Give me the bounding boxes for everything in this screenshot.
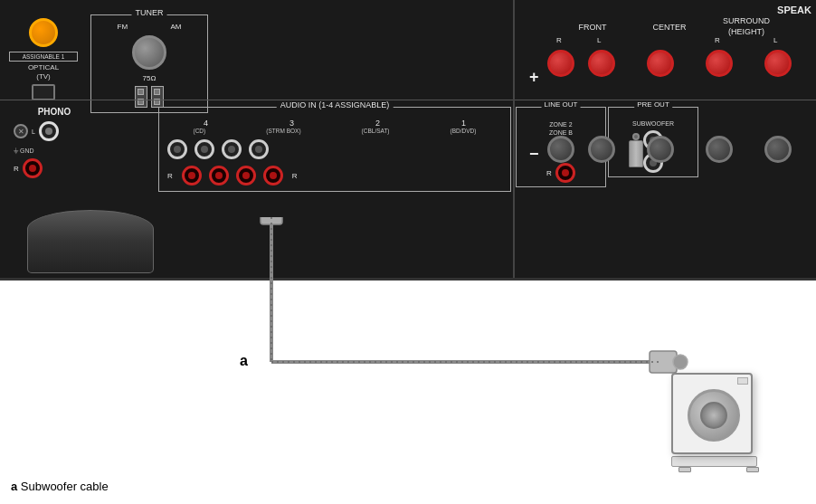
svg-point-5 xyxy=(673,355,688,369)
sp-center-neg xyxy=(647,136,674,163)
center-label: CENTER xyxy=(642,23,697,32)
phono-l-row: ✕ L xyxy=(9,121,100,141)
zone2-label: ZONE 2ZONE B xyxy=(520,120,602,137)
phono-section: PHONO ✕ L ⏚ GND R xyxy=(9,107,100,178)
optical-section: ASSIGNABLE 1 OPTICAL(TV) xyxy=(7,14,80,104)
orange-rca xyxy=(29,18,58,47)
phono-l-rca xyxy=(39,121,59,141)
line-out-title: LINE OUT xyxy=(542,100,581,109)
rca-ch1-l xyxy=(249,139,269,159)
l-label: L xyxy=(32,128,35,135)
subwoofer-label: SUBWOOFER xyxy=(612,120,694,127)
sp-surround-r-neg xyxy=(706,136,733,163)
foot-shape xyxy=(27,210,154,273)
cable-label-a: a xyxy=(240,353,248,369)
sub-feet xyxy=(671,467,766,472)
sp-center-pos xyxy=(647,50,674,77)
ch2-num: 2 xyxy=(375,119,380,128)
rca-ch4-l xyxy=(167,139,187,159)
sp-front-l-pos xyxy=(588,50,615,77)
main-container: ASSIGNABLE 1 OPTICAL(TV) TUNER FM AM 75Ω xyxy=(0,0,816,504)
gnd-label: ⏚ GND xyxy=(9,146,100,155)
ch4-sub: (CD) xyxy=(194,128,206,134)
fm-am-labels: FM AM xyxy=(96,23,203,31)
lineout-r-row: R xyxy=(520,163,602,183)
channel-numbers: 4 3 2 1 xyxy=(163,119,507,128)
ch4-num: 4 xyxy=(204,119,208,128)
ch1-num: 1 xyxy=(461,119,466,128)
sp-front-r-neg xyxy=(547,136,574,163)
tuner-title: TUNER xyxy=(132,8,167,17)
pre-out-title: PRE OUT xyxy=(634,100,672,109)
l-connectors-row xyxy=(163,138,507,161)
sp-surround-l-neg xyxy=(764,136,792,163)
rca-ch1-r xyxy=(263,166,283,185)
speaker-section-title: SPEAK xyxy=(777,5,811,15)
ch1-sub: (BD/DVD) xyxy=(451,128,477,134)
audio-in-title: AUDIO IN (1-4 ASSIGNABLE) xyxy=(277,100,394,109)
caption-bold: a xyxy=(11,480,17,493)
sp-surround-l-pos xyxy=(764,50,792,77)
sub-body xyxy=(671,373,753,454)
tuner-box: TUNER FM AM 75Ω xyxy=(90,14,208,113)
ch2-sub: (CBL/SAT) xyxy=(362,128,390,134)
r-label: R xyxy=(14,165,19,173)
caption-text: Subwoofer cable xyxy=(21,480,109,493)
assignable-label: ASSIGNABLE 1 xyxy=(9,52,78,62)
h-divider-1 xyxy=(0,100,816,100)
rca-ch3-l xyxy=(195,139,214,159)
front-r-label: R xyxy=(556,36,562,44)
rca-ch2-r xyxy=(236,166,256,185)
r-row-label: R xyxy=(167,172,173,180)
fm-label: FM xyxy=(118,23,128,31)
rca-ch2-l xyxy=(222,139,242,159)
surround-r-label: R xyxy=(715,36,720,44)
optical-label: OPTICAL(TV) xyxy=(7,63,80,81)
channel-sublabels: (CD) (STRM BOX) (CBL/SAT) (BD/DVD) xyxy=(163,128,507,134)
sp-front-r-pos xyxy=(547,50,574,77)
bottom-caption: a Subwoofer cable xyxy=(11,480,109,493)
impedance-label: 75Ω xyxy=(96,74,203,82)
phono-label: PHONO xyxy=(9,107,100,117)
rca-ch3-r xyxy=(209,166,229,185)
subwoofer-illustration xyxy=(671,373,766,472)
rca-ch4-r xyxy=(182,166,202,185)
sub-driver xyxy=(688,389,740,442)
lineout-r-rca xyxy=(555,163,575,183)
r-row-label-right: R xyxy=(292,172,298,180)
sp-surround-r-pos xyxy=(706,50,733,77)
sub-base xyxy=(671,456,757,467)
front-l-label: L xyxy=(597,36,601,44)
sp-front-l-neg xyxy=(588,136,615,163)
tuner-section: TUNER FM AM 75Ω xyxy=(90,7,208,113)
phono-r-row: R xyxy=(9,158,100,178)
cable-plug-receiver xyxy=(629,140,643,167)
audio-in-box: AUDIO IN (1-4 ASSIGNABLE) 4 3 2 1 (CD) (… xyxy=(158,107,511,192)
front-label: FRONT xyxy=(552,23,633,32)
ch3-num: 3 xyxy=(289,119,294,128)
gnd-terminal: ✕ xyxy=(14,124,28,138)
surround-l-label: L xyxy=(773,36,777,44)
am-terminal-2 xyxy=(151,86,164,108)
optical-port xyxy=(32,84,55,100)
surround-label: SURROUND(HEIGHT) xyxy=(701,16,792,37)
phono-r-rca xyxy=(23,158,43,178)
plus-label: + xyxy=(529,68,539,87)
am-terminal-1 xyxy=(135,86,147,108)
am-terminals xyxy=(96,86,203,108)
ch3-sub: (STRM BOX) xyxy=(266,128,300,134)
r-connectors-row: R R xyxy=(163,164,507,187)
am-label: AM xyxy=(170,23,181,31)
tuner-knob xyxy=(132,35,166,70)
minus-label: − xyxy=(529,145,539,164)
